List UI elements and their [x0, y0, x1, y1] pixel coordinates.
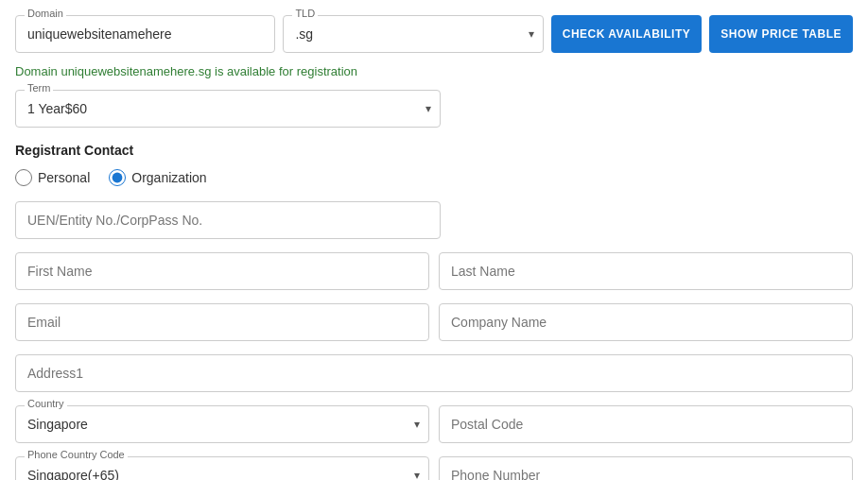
country-select[interactable]: Singapore Malaysia United States United … [15, 405, 429, 443]
tld-select[interactable]: .sg .com .net .org [283, 15, 543, 53]
last-name-field-wrapper [439, 252, 853, 290]
first-name-field-wrapper [15, 252, 429, 290]
availability-message: Domain uniquewebsitenamehere.sg is avail… [15, 64, 853, 78]
tld-field-wrapper: TLD .sg .com .net .org ▾ [283, 15, 543, 53]
show-price-table-button[interactable]: SHOW PRICE TABLE [709, 15, 853, 53]
tld-label: TLD [292, 8, 318, 19]
phone-row: Phone Country Code Singapore(+65) Malays… [15, 456, 853, 480]
email-field-wrapper [15, 303, 429, 341]
registrant-section-title: Registrant Contact [15, 143, 853, 158]
radio-personal-option[interactable]: Personal [15, 169, 90, 186]
radio-organization-option[interactable]: Organization [109, 169, 206, 186]
domain-row: Domain TLD .sg .com .net .org ▾ CHECK AV… [15, 15, 853, 53]
postal-code-input[interactable] [439, 405, 853, 443]
uen-input[interactable] [15, 201, 441, 239]
term-select[interactable]: 1 Year$60 2 Year$120 3 Year$180 [15, 90, 441, 128]
phone-number-input[interactable] [439, 456, 853, 480]
radio-organization-input[interactable] [109, 169, 126, 186]
postal-code-field-wrapper [439, 405, 853, 443]
country-label: Country [25, 398, 67, 409]
radio-organization-label: Organization [131, 170, 206, 185]
company-name-input[interactable] [439, 303, 853, 341]
term-field-wrapper: Term 1 Year$60 2 Year$120 3 Year$180 ▾ [15, 90, 441, 128]
radio-personal-input[interactable] [15, 169, 32, 186]
term-label: Term [25, 82, 53, 94]
uen-field-wrapper [15, 201, 441, 239]
phone-country-code-field-wrapper: Phone Country Code Singapore(+65) Malays… [15, 456, 429, 480]
first-name-input[interactable] [15, 252, 429, 290]
term-row: Term 1 Year$60 2 Year$120 3 Year$180 ▾ [15, 90, 853, 128]
domain-field-wrapper: Domain [15, 15, 275, 53]
radio-group: Personal Organization [15, 169, 853, 186]
company-name-field-wrapper [439, 303, 853, 341]
last-name-input[interactable] [439, 252, 853, 290]
domain-label: Domain [25, 8, 66, 19]
uen-row [15, 201, 853, 239]
radio-personal-label: Personal [38, 170, 90, 185]
address1-input[interactable] [15, 354, 853, 392]
check-availability-button[interactable]: CHECK AVAILABILITY [551, 15, 702, 53]
name-row [15, 252, 853, 290]
country-field-wrapper: Country Singapore Malaysia United States… [15, 405, 429, 443]
address1-field-wrapper [15, 354, 853, 392]
phone-number-field-wrapper [439, 456, 853, 480]
phone-country-code-label: Phone Country Code [25, 449, 128, 460]
email-company-row [15, 303, 853, 341]
email-input[interactable] [15, 303, 429, 341]
domain-input[interactable] [15, 15, 275, 53]
address-row [15, 354, 853, 392]
country-postal-row: Country Singapore Malaysia United States… [15, 405, 853, 443]
